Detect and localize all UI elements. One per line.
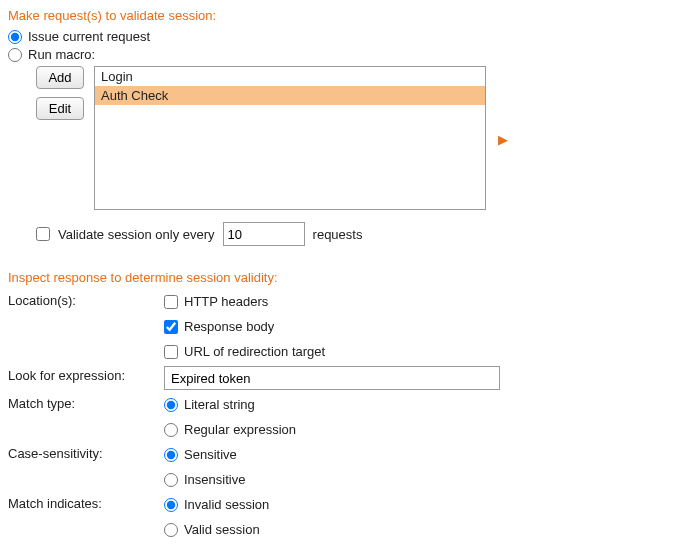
radio-regex-label: Regular expression — [184, 422, 296, 437]
check-response-body[interactable] — [164, 320, 178, 334]
expression-label: Look for expression: — [8, 366, 158, 383]
radio-invalid-label: Invalid session — [184, 497, 269, 512]
radio-sensitive-label: Sensitive — [184, 447, 237, 462]
macro-list[interactable]: LoginAuth Check — [94, 66, 486, 210]
radio-invalid[interactable] — [164, 498, 178, 512]
radio-insensitive[interactable] — [164, 473, 178, 487]
radio-valid-label: Valid session — [184, 522, 260, 537]
match-type-label: Match type: — [8, 394, 158, 411]
validate-every-suffix: requests — [313, 227, 363, 242]
indicates-label: Match indicates: — [8, 494, 158, 511]
case-label: Case-sensitivity: — [8, 444, 158, 461]
check-redirection-url-label: URL of redirection target — [184, 344, 325, 359]
validate-every-checkbox[interactable] — [36, 227, 50, 241]
add-button[interactable]: Add — [36, 66, 84, 89]
move-right-icon[interactable]: ▶ — [498, 132, 508, 147]
locations-label: Location(s): — [8, 291, 158, 308]
check-redirection-url[interactable] — [164, 345, 178, 359]
check-response-body-label: Response body — [184, 319, 274, 334]
validate-every-prefix: Validate session only every — [58, 227, 215, 242]
radio-regex[interactable] — [164, 423, 178, 437]
radio-literal[interactable] — [164, 398, 178, 412]
radio-run-macro-label: Run macro: — [28, 47, 95, 62]
list-item[interactable]: Auth Check — [95, 86, 485, 105]
section-validate-heading: Make request(s) to validate session: — [8, 8, 683, 23]
validate-every-input[interactable] — [223, 222, 305, 246]
check-http-headers-label: HTTP headers — [184, 294, 268, 309]
expression-input[interactable] — [164, 366, 500, 390]
edit-button[interactable]: Edit — [36, 97, 84, 120]
radio-insensitive-label: Insensitive — [184, 472, 245, 487]
list-item[interactable]: Login — [95, 67, 485, 86]
radio-valid[interactable] — [164, 523, 178, 537]
radio-sensitive[interactable] — [164, 448, 178, 462]
radio-issue-current[interactable] — [8, 30, 22, 44]
radio-issue-current-label: Issue current request — [28, 29, 150, 44]
radio-literal-label: Literal string — [184, 397, 255, 412]
section-inspect-heading: Inspect response to determine session va… — [8, 270, 683, 285]
radio-run-macro[interactable] — [8, 48, 22, 62]
check-http-headers[interactable] — [164, 295, 178, 309]
